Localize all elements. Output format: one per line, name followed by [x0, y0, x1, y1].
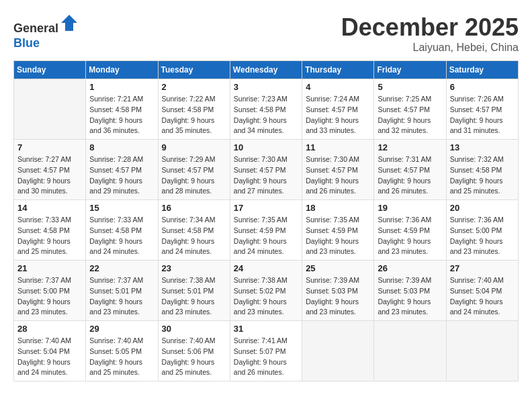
day-number: 21 — [17, 263, 82, 273]
day-info: Sunrise: 7:40 AM Sunset: 5:05 PM Dayligh… — [89, 336, 154, 378]
weekday-header-thursday: Thursday — [302, 61, 374, 79]
logo-icon — [60, 13, 79, 32]
day-number: 26 — [378, 263, 442, 273]
day-number: 9 — [162, 142, 226, 152]
day-info: Sunrise: 7:25 AM Sunset: 4:57 PM Dayligh… — [378, 94, 442, 136]
day-number: 25 — [306, 263, 370, 273]
day-info: Sunrise: 7:38 AM Sunset: 5:01 PM Dayligh… — [162, 275, 226, 318]
day-cell: 2Sunrise: 7:22 AM Sunset: 4:58 PM Daylig… — [158, 79, 230, 140]
weekday-header-friday: Friday — [374, 61, 446, 79]
day-cell — [446, 321, 518, 381]
day-cell: 16Sunrise: 7:34 AM Sunset: 4:58 PM Dayli… — [158, 200, 230, 261]
week-row-4: 28Sunrise: 7:40 AM Sunset: 5:04 PM Dayli… — [14, 321, 519, 381]
logo-blue: Blue — [13, 36, 40, 50]
day-info: Sunrise: 7:22 AM Sunset: 4:58 PM Dayligh… — [162, 94, 226, 136]
day-info: Sunrise: 7:40 AM Sunset: 5:06 PM Dayligh… — [162, 336, 226, 378]
day-number: 28 — [17, 324, 82, 334]
day-number: 20 — [450, 203, 515, 213]
day-number: 7 — [17, 142, 82, 152]
week-row-2: 14Sunrise: 7:33 AM Sunset: 4:58 PM Dayli… — [14, 200, 519, 261]
day-cell: 10Sunrise: 7:30 AM Sunset: 4:57 PM Dayli… — [230, 140, 302, 200]
day-cell: 14Sunrise: 7:33 AM Sunset: 4:58 PM Dayli… — [14, 200, 86, 261]
day-info: Sunrise: 7:26 AM Sunset: 4:57 PM Dayligh… — [450, 94, 515, 136]
day-info: Sunrise: 7:29 AM Sunset: 4:57 PM Dayligh… — [162, 154, 226, 197]
week-row-3: 21Sunrise: 7:37 AM Sunset: 5:00 PM Dayli… — [14, 261, 519, 321]
day-cell: 29Sunrise: 7:40 AM Sunset: 5:05 PM Dayli… — [86, 321, 158, 381]
day-cell: 22Sunrise: 7:37 AM Sunset: 5:01 PM Dayli… — [86, 261, 158, 321]
day-info: Sunrise: 7:33 AM Sunset: 4:58 PM Dayligh… — [89, 215, 154, 257]
logo-general: General — [13, 21, 58, 35]
day-cell: 19Sunrise: 7:36 AM Sunset: 4:59 PM Dayli… — [374, 200, 446, 261]
day-number: 22 — [89, 263, 154, 273]
day-info: Sunrise: 7:40 AM Sunset: 5:04 PM Dayligh… — [450, 275, 515, 318]
day-cell: 17Sunrise: 7:35 AM Sunset: 4:59 PM Dayli… — [230, 200, 302, 261]
day-number: 10 — [234, 142, 298, 152]
day-info: Sunrise: 7:40 AM Sunset: 5:04 PM Dayligh… — [17, 336, 82, 378]
day-cell — [374, 321, 446, 381]
day-cell: 30Sunrise: 7:40 AM Sunset: 5:06 PM Dayli… — [158, 321, 230, 381]
day-info: Sunrise: 7:35 AM Sunset: 4:59 PM Dayligh… — [306, 215, 370, 257]
weekday-header-saturday: Saturday — [446, 61, 518, 79]
day-info: Sunrise: 7:28 AM Sunset: 4:57 PM Dayligh… — [89, 154, 154, 197]
day-number: 19 — [378, 203, 442, 213]
day-cell: 23Sunrise: 7:38 AM Sunset: 5:01 PM Dayli… — [158, 261, 230, 321]
day-number: 6 — [450, 82, 515, 92]
day-cell: 25Sunrise: 7:39 AM Sunset: 5:03 PM Dayli… — [302, 261, 374, 321]
day-cell: 13Sunrise: 7:32 AM Sunset: 4:58 PM Dayli… — [446, 140, 518, 200]
week-row-1: 7Sunrise: 7:27 AM Sunset: 4:57 PM Daylig… — [14, 140, 519, 200]
day-number: 4 — [306, 82, 370, 92]
day-info: Sunrise: 7:32 AM Sunset: 4:58 PM Dayligh… — [450, 154, 515, 197]
day-number: 12 — [378, 142, 442, 152]
day-number: 17 — [234, 203, 298, 213]
day-info: Sunrise: 7:36 AM Sunset: 4:59 PM Dayligh… — [378, 215, 442, 257]
day-info: Sunrise: 7:31 AM Sunset: 4:57 PM Dayligh… — [378, 154, 442, 197]
svg-marker-0 — [61, 15, 77, 31]
day-info: Sunrise: 7:21 AM Sunset: 4:58 PM Dayligh… — [89, 94, 154, 136]
day-number: 1 — [89, 82, 154, 92]
day-info: Sunrise: 7:33 AM Sunset: 4:58 PM Dayligh… — [17, 215, 82, 257]
day-info: Sunrise: 7:30 AM Sunset: 4:57 PM Dayligh… — [306, 154, 370, 197]
day-cell — [302, 321, 374, 381]
day-number: 16 — [162, 203, 226, 213]
day-info: Sunrise: 7:37 AM Sunset: 5:01 PM Dayligh… — [89, 275, 154, 318]
day-number: 15 — [89, 203, 154, 213]
day-cell: 8Sunrise: 7:28 AM Sunset: 4:57 PM Daylig… — [86, 140, 158, 200]
day-number: 18 — [306, 203, 370, 213]
day-cell: 9Sunrise: 7:29 AM Sunset: 4:57 PM Daylig… — [158, 140, 230, 200]
day-cell: 24Sunrise: 7:38 AM Sunset: 5:02 PM Dayli… — [230, 261, 302, 321]
day-number: 23 — [162, 263, 226, 273]
weekday-header-sunday: Sunday — [14, 61, 86, 79]
title-block: December 2025 Laiyuan, Hebei, China — [341, 13, 519, 54]
day-cell: 27Sunrise: 7:40 AM Sunset: 5:04 PM Dayli… — [446, 261, 518, 321]
weekday-header-row: SundayMondayTuesdayWednesdayThursdayFrid… — [14, 61, 519, 79]
day-cell: 3Sunrise: 7:23 AM Sunset: 4:58 PM Daylig… — [230, 79, 302, 140]
day-info: Sunrise: 7:39 AM Sunset: 5:03 PM Dayligh… — [306, 275, 370, 318]
day-info: Sunrise: 7:34 AM Sunset: 4:58 PM Dayligh… — [162, 215, 226, 257]
day-number: 13 — [450, 142, 515, 152]
day-number: 24 — [234, 263, 298, 273]
weekday-header-monday: Monday — [86, 61, 158, 79]
day-number: 11 — [306, 142, 370, 152]
weekday-header-tuesday: Tuesday — [158, 61, 230, 79]
day-cell: 6Sunrise: 7:26 AM Sunset: 4:57 PM Daylig… — [446, 79, 518, 140]
day-info: Sunrise: 7:36 AM Sunset: 5:00 PM Dayligh… — [450, 215, 515, 257]
weekday-header-wednesday: Wednesday — [230, 61, 302, 79]
day-number: 27 — [450, 263, 515, 273]
logo: General Blue — [13, 13, 79, 50]
day-cell: 11Sunrise: 7:30 AM Sunset: 4:57 PM Dayli… — [302, 140, 374, 200]
day-number: 30 — [162, 324, 226, 334]
day-info: Sunrise: 7:23 AM Sunset: 4:58 PM Dayligh… — [234, 94, 298, 136]
day-cell: 20Sunrise: 7:36 AM Sunset: 5:00 PM Dayli… — [446, 200, 518, 261]
day-number: 5 — [378, 82, 442, 92]
day-info: Sunrise: 7:38 AM Sunset: 5:02 PM Dayligh… — [234, 275, 298, 318]
day-cell: 15Sunrise: 7:33 AM Sunset: 4:58 PM Dayli… — [86, 200, 158, 261]
day-cell: 5Sunrise: 7:25 AM Sunset: 4:57 PM Daylig… — [374, 79, 446, 140]
page-header: General Blue December 2025 Laiyuan, Hebe… — [13, 13, 519, 54]
day-cell: 18Sunrise: 7:35 AM Sunset: 4:59 PM Dayli… — [302, 200, 374, 261]
day-info: Sunrise: 7:41 AM Sunset: 5:07 PM Dayligh… — [234, 336, 298, 378]
day-number: 8 — [89, 142, 154, 152]
day-info: Sunrise: 7:30 AM Sunset: 4:57 PM Dayligh… — [234, 154, 298, 197]
day-number: 2 — [162, 82, 226, 92]
day-info: Sunrise: 7:39 AM Sunset: 5:03 PM Dayligh… — [378, 275, 442, 318]
day-cell: 4Sunrise: 7:24 AM Sunset: 4:57 PM Daylig… — [302, 79, 374, 140]
